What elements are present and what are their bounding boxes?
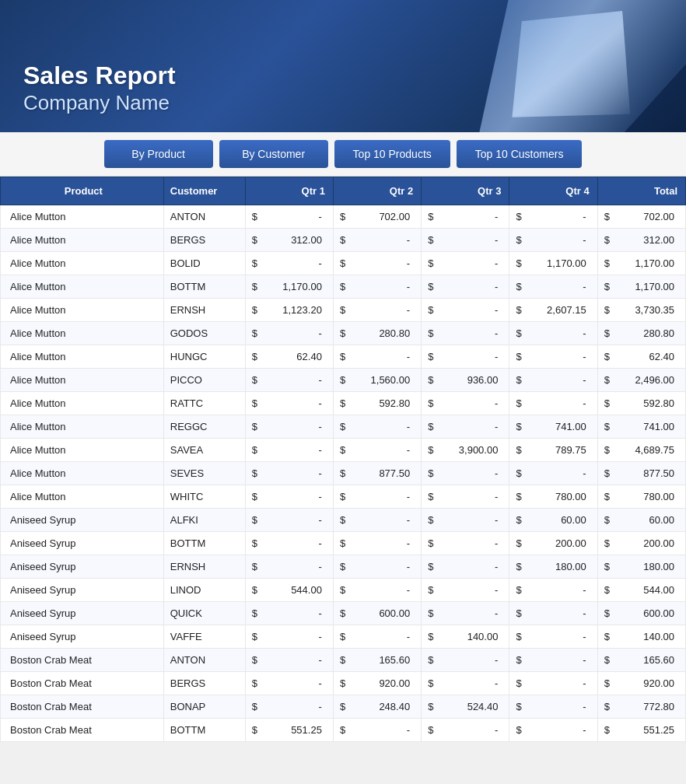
table-row: Aniseed SyrupVAFFE$-$-$140.00$-$140.00 bbox=[1, 625, 686, 649]
col-header-qtr2: Qtr 2 bbox=[333, 177, 421, 205]
cell-qtr1: $1,123.20 bbox=[245, 299, 333, 322]
cell-qtr2: $- bbox=[333, 345, 421, 369]
table-row: Alice MuttonSAVEA$-$-$3,900.00$789.75$4,… bbox=[1, 439, 686, 462]
cell-qtr1: $- bbox=[245, 392, 333, 415]
cell-product: Alice Mutton bbox=[1, 229, 164, 252]
cell-product: Alice Mutton bbox=[1, 252, 164, 275]
cell-product: Alice Mutton bbox=[1, 275, 164, 299]
header-text: Sales Report Company Name bbox=[23, 61, 176, 117]
cell-qtr4: $- bbox=[509, 392, 597, 415]
cell-qtr1: $1,170.00 bbox=[245, 275, 333, 299]
cell-qtr1: $- bbox=[245, 509, 333, 532]
cell-qtr1: $- bbox=[245, 649, 333, 672]
table-row: Alice MuttonPICCO$-$1,560.00$936.00$-$2,… bbox=[1, 369, 686, 392]
cell-qtr1: $- bbox=[245, 532, 333, 555]
table-row: Boston Crab MeatBOTTM$551.25$-$-$-$551.2… bbox=[1, 719, 686, 742]
cell-qtr4: $200.00 bbox=[509, 532, 597, 555]
cell-qtr3: $- bbox=[422, 252, 509, 275]
table-row: Alice MuttonRATTC$-$592.80$-$-$592.80 bbox=[1, 392, 686, 415]
cell-qtr4: $- bbox=[509, 719, 597, 742]
cell-qtr2: $- bbox=[333, 229, 421, 252]
cell-qtr4: $1,170.00 bbox=[509, 252, 597, 275]
cell-qtr4: $60.00 bbox=[509, 509, 597, 532]
cell-qtr1: $- bbox=[245, 415, 333, 439]
cell-qtr3: $- bbox=[422, 229, 509, 252]
cell-product: Aniseed Syrup bbox=[1, 625, 164, 649]
cell-qtr3: $3,900.00 bbox=[422, 439, 509, 462]
cell-qtr3: $- bbox=[422, 345, 509, 369]
cell-product: Aniseed Syrup bbox=[1, 602, 164, 625]
cell-product: Alice Mutton bbox=[1, 485, 164, 509]
cell-customer: WHITC bbox=[163, 485, 245, 509]
cell-qtr1: $- bbox=[245, 625, 333, 649]
report-title: Sales Report bbox=[23, 61, 176, 90]
cell-product: Boston Crab Meat bbox=[1, 649, 164, 672]
page: Sales Report Company Name By Product By … bbox=[0, 0, 686, 742]
cell-qtr4: $- bbox=[509, 625, 597, 649]
tab-by-product[interactable]: By Product bbox=[104, 140, 213, 168]
cell-qtr4: $- bbox=[509, 369, 597, 392]
cell-product: Boston Crab Meat bbox=[1, 719, 164, 742]
cell-qtr4: $- bbox=[509, 345, 597, 369]
cell-product: Alice Mutton bbox=[1, 369, 164, 392]
cell-total: $551.25 bbox=[597, 719, 685, 742]
cell-qtr2: $- bbox=[333, 532, 421, 555]
cell-qtr2: $- bbox=[333, 579, 421, 602]
cell-qtr2: $- bbox=[333, 509, 421, 532]
cell-qtr4: $- bbox=[509, 229, 597, 252]
cell-customer: LINOD bbox=[163, 579, 245, 602]
cell-total: $592.80 bbox=[597, 392, 685, 415]
cell-product: Aniseed Syrup bbox=[1, 509, 164, 532]
cell-qtr3: $- bbox=[422, 649, 509, 672]
sales-table: Product Customer Qtr 1 Qtr 2 Qtr 3 Qtr 4… bbox=[0, 177, 686, 742]
cell-total: $140.00 bbox=[597, 625, 685, 649]
cell-qtr2: $920.00 bbox=[333, 672, 421, 695]
cell-customer: ALFKI bbox=[163, 509, 245, 532]
table-row: Alice MuttonERNSH$1,123.20$-$-$2,607.15$… bbox=[1, 299, 686, 322]
cell-qtr1: $- bbox=[245, 252, 333, 275]
cell-product: Alice Mutton bbox=[1, 392, 164, 415]
cell-qtr2: $600.00 bbox=[333, 602, 421, 625]
cell-customer: BOTTM bbox=[163, 532, 245, 555]
cell-customer: RATTC bbox=[163, 392, 245, 415]
cell-customer: SEVES bbox=[163, 462, 245, 485]
tab-by-customer[interactable]: By Customer bbox=[219, 140, 328, 168]
col-header-qtr3: Qtr 3 bbox=[422, 177, 509, 205]
cell-total: $702.00 bbox=[597, 205, 685, 229]
table-row: Alice MuttonHUNGC$62.40$-$-$-$62.40 bbox=[1, 345, 686, 369]
tab-top10-products[interactable]: Top 10 Products bbox=[334, 140, 450, 168]
cell-total: $165.60 bbox=[597, 649, 685, 672]
cell-qtr1: $312.00 bbox=[245, 229, 333, 252]
cell-qtr2: $- bbox=[333, 485, 421, 509]
cell-total: $544.00 bbox=[597, 579, 685, 602]
table-row: Alice MuttonWHITC$-$-$-$780.00$780.00 bbox=[1, 485, 686, 509]
tab-top10-customers[interactable]: Top 10 Customers bbox=[457, 140, 583, 168]
cell-qtr1: $- bbox=[245, 462, 333, 485]
cell-customer: PICCO bbox=[163, 369, 245, 392]
table-row: Alice MuttonANTON$-$702.00$-$-$702.00 bbox=[1, 205, 686, 229]
cell-qtr2: $248.40 bbox=[333, 695, 421, 719]
cell-qtr4: $2,607.15 bbox=[509, 299, 597, 322]
cell-qtr1: $551.25 bbox=[245, 719, 333, 742]
cell-total: $1,170.00 bbox=[597, 275, 685, 299]
table-row: Alice MuttonBOTTM$1,170.00$-$-$-$1,170.0… bbox=[1, 275, 686, 299]
cell-total: $200.00 bbox=[597, 532, 685, 555]
cell-qtr4: $- bbox=[509, 579, 597, 602]
cell-product: Boston Crab Meat bbox=[1, 672, 164, 695]
cell-total: $877.50 bbox=[597, 462, 685, 485]
cell-qtr2: $- bbox=[333, 415, 421, 439]
cell-qtr3: $- bbox=[422, 509, 509, 532]
cell-product: Alice Mutton bbox=[1, 299, 164, 322]
cell-total: $312.00 bbox=[597, 229, 685, 252]
cell-customer: BOTTM bbox=[163, 275, 245, 299]
cell-qtr4: $- bbox=[509, 602, 597, 625]
cell-customer: BONAP bbox=[163, 695, 245, 719]
cell-qtr3: $- bbox=[422, 485, 509, 509]
table-container: Product Customer Qtr 1 Qtr 2 Qtr 3 Qtr 4… bbox=[0, 177, 686, 742]
cell-qtr3: $524.40 bbox=[422, 695, 509, 719]
cell-total: $62.40 bbox=[597, 345, 685, 369]
cell-qtr3: $- bbox=[422, 392, 509, 415]
cell-product: Aniseed Syrup bbox=[1, 555, 164, 579]
cell-product: Alice Mutton bbox=[1, 462, 164, 485]
cell-qtr3: $936.00 bbox=[422, 369, 509, 392]
